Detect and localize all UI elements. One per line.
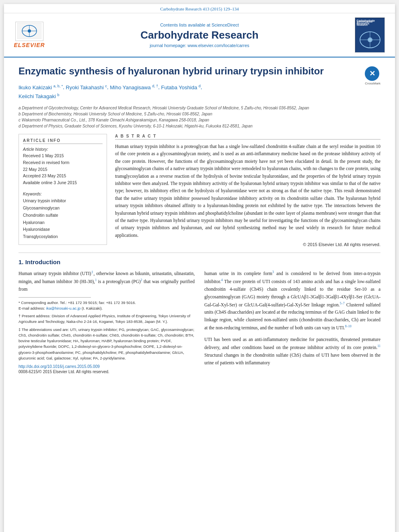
intro-right-p2: UTI has been used as an anti-inflammator… [204,336,380,367]
keyword-6: Transglycosylation [23,233,103,240]
svg-rect-6 [356,18,385,52]
article-info-header: Article Info [23,138,103,144]
copyright-line: © 2015 Elsevier Ltd. All rights reserved… [115,242,380,247]
affiliation-c: c Wakamoto Pharmaceutical Co., Ltd., 378… [19,117,380,123]
history-label: Article history: [23,147,103,152]
article-history-block: Article history: Received 1 May 2015 Rec… [23,147,103,186]
keyword-4: Hyaluronan [23,219,103,226]
abstract-header: A B S T R A C T [115,134,380,140]
volume-info-text: Carbohydrate Research 413 (2015) 129–134 [160,6,239,11]
body-right-col: human urine in its complete form3 and is… [204,269,380,374]
affiliation-d: d Department of Physics, Graduate School… [19,123,380,129]
crossmark-label: CrossMark [365,82,380,85]
section-divider [19,253,380,253]
available-date: Available online 3 June 2015 [23,179,103,186]
crossmark-icon: ✕ [365,66,379,81]
keyword-2: Glycosaminoglycan [23,205,103,212]
accepted-date: Accepted 23 May 2015 [23,173,103,179]
elsevier-label: ELSEVIER [14,42,45,48]
footnote-present-address: † Present address: Division of Advanced … [19,313,195,325]
email-label: E-mail address: [19,306,45,310]
science-direct-link[interactable]: ScienceDirect [212,23,239,27]
author-kakizaki: Ikuko Kakizaki a, b, * [19,84,63,90]
journal-cover-image: Carbohydrate Research [355,17,385,53]
footnote-email[interactable]: ika@hirosaki-u.ac.jp [46,306,81,310]
footnote-divider [19,297,91,298]
page: Carbohydrate Research 413 (2015) 129–134… [4,4,395,532]
received-revised-label: Received in revised form [23,159,103,166]
content-area: ✕ CrossMark Enzymatic synthesis of hyalu… [4,58,395,381]
intro-right-p1: human urine in its complete form3 and is… [204,269,380,332]
keywords-label: Keywords: [23,192,103,196]
body-two-col: Human urinary trypsin inhibitor (UTI)‡, … [19,269,380,374]
doi-link[interactable]: http://dx.doi.org/10.1016/j.carres.2015.… [19,364,195,369]
journal-homepage-link[interactable]: www.elsevier.com/locate/carres [187,43,249,48]
footnote-corresponding: * Corresponding author. Tel.: +81 172 39… [19,300,195,312]
journal-homepage-line: journal homepage: www.elsevier.com/locat… [51,43,348,48]
journal-header: ELSEVIER Contents lists available at Sci… [4,13,395,58]
author-yanagisawa: Miho Yanagisawa d, † [110,84,158,90]
affiliation-b: b Department of Biochemistry, Hirosaki U… [19,111,380,117]
journal-title-header: Carbohydrate Research [51,29,348,41]
received-date: Received 1 May 2015 [23,152,103,159]
keyword-1: Urinary trypsin inhibitor [23,197,103,205]
affiliations-block: a Department of Glycotechnology, Center … [19,105,380,129]
article-info-abstract-cols: Article Info Article history: Received 1… [19,134,380,247]
introduction-title: 1. Introduction [19,259,380,265]
body-left-col: Human urinary trypsin inhibitor (UTI)‡, … [19,269,195,374]
svg-text:Research: Research [357,24,368,26]
abstract-col: A B S T R A C T Human urinary trypsin in… [115,134,380,247]
article-title: Enzymatic synthesis of hyaluronan hybrid… [19,65,380,77]
science-direct-line: Contents lists available at ScienceDirec… [51,23,348,27]
intro-left-text: Human urinary trypsin inhibitor (UTI)‡, … [19,269,195,293]
journal-header-center: Contents lists available at ScienceDirec… [51,23,348,48]
keyword-3: Chondroitin sulfate [23,212,103,219]
article-info-col: Article Info Article history: Received 1… [19,134,107,247]
issn-line: 0008-6215/© 2015 Elsevier Ltd. All right… [19,370,195,374]
elsevier-logo: ELSEVIER [14,22,45,48]
keyword-5: Hyaluronidase [23,226,103,233]
authors-line: Ikuko Kakizaki a, b, *, Ryoki Takahashi … [19,83,380,101]
author-takagaki: Keiichi Takagaki b [19,93,60,99]
affiliation-a: a Department of Glycotechnology, Center … [19,105,380,111]
author-takahashi: Ryoki Takahashi c [66,84,107,90]
elsevier-box-decoration [15,22,43,41]
svg-text:Carbohydrate: Carbohydrate [357,21,373,23]
article-info-box: Article Info Article history: Received 1… [19,134,107,245]
journal-header-left: ELSEVIER [11,22,47,48]
volume-info-bar: Carbohydrate Research 413 (2015) 129–134 [4,4,395,13]
received-revised-date: 22 May 2015 [23,166,103,173]
abstract-text: Human urinary trypsin inhibitor is a pro… [115,143,380,239]
keywords-section: Keywords: Urinary trypsin inhibitor Glyc… [23,192,103,240]
crossmark-badge[interactable]: ✕ CrossMark [365,66,380,85]
svg-point-4 [28,29,31,33]
footnote-abbreviations: ‡ The abbreviations used are: UTI, urina… [19,327,195,362]
author-yoshida: Futaba Yoshida d [161,84,201,90]
journal-header-right: Carbohydrate Research [352,17,388,53]
